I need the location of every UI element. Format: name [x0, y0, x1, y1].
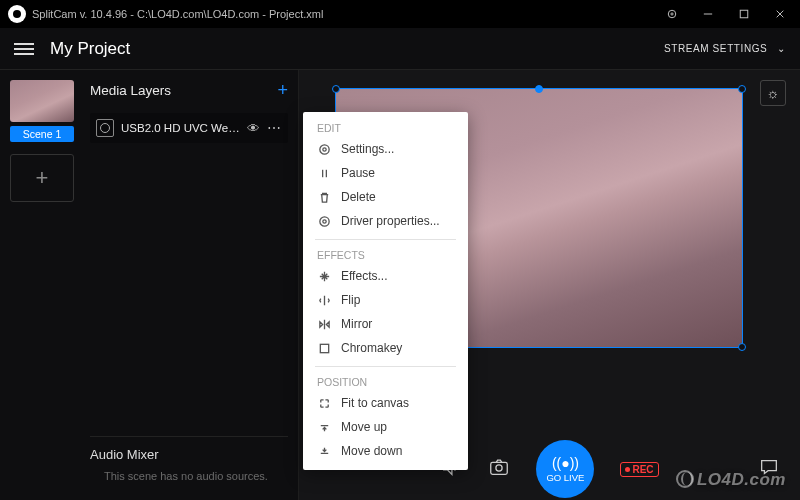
brightness-button[interactable]: ☼: [760, 80, 786, 106]
svg-rect-14: [320, 344, 328, 352]
layer-more-icon[interactable]: ⋯: [267, 120, 282, 136]
go-live-button[interactable]: ((●)) GO LIVE: [536, 440, 594, 498]
menu-separator: [315, 239, 456, 240]
visibility-icon[interactable]: 👁: [247, 121, 260, 136]
menu-item-chromakey[interactable]: Chromakey: [303, 336, 468, 360]
menu-icon[interactable]: [14, 43, 34, 55]
svg-point-9: [322, 147, 325, 150]
mirror-icon: [317, 318, 331, 331]
app-header: My Project STREAM SETTINGS ⌄: [0, 28, 800, 70]
move-up-icon: [317, 421, 331, 434]
layer-context-menu: EDIT Settings... Pause Delete Driver pro…: [303, 112, 468, 470]
chevron-down-icon: ⌄: [777, 43, 786, 54]
stream-settings-button[interactable]: STREAM SETTINGS ⌄: [664, 43, 786, 54]
window-controls: [654, 0, 798, 28]
media-layers-panel: Media Layers + USB2.0 HD UVC WebC... 👁 ⋯…: [84, 70, 299, 500]
app-icon: [8, 5, 26, 23]
menu-item-settings[interactable]: Settings...: [303, 137, 468, 161]
resize-handle[interactable]: [738, 85, 746, 93]
scene-label: Scene 1: [10, 126, 74, 142]
svg-point-7: [496, 465, 502, 471]
menu-item-effects[interactable]: Effects...: [303, 264, 468, 288]
layer-item[interactable]: USB2.0 HD UVC WebC... 👁 ⋯: [90, 113, 288, 143]
trash-icon: [317, 191, 331, 204]
svg-rect-3: [740, 10, 748, 18]
menu-item-move-up[interactable]: Move up: [303, 415, 468, 439]
svg-point-13: [322, 219, 325, 222]
close-button[interactable]: [762, 0, 798, 28]
snapshot-button[interactable]: [488, 456, 510, 482]
menu-separator: [315, 366, 456, 367]
menu-section-edit: EDIT: [303, 119, 468, 137]
sparkle-icon: [317, 270, 331, 283]
stream-settings-label: STREAM SETTINGS: [664, 43, 767, 54]
resize-handle[interactable]: [738, 343, 746, 351]
resize-handle[interactable]: [535, 85, 543, 93]
flip-icon: [317, 294, 331, 307]
menu-item-delete[interactable]: Delete: [303, 185, 468, 209]
menu-item-move-down[interactable]: Move down: [303, 439, 468, 463]
chromakey-icon: [317, 342, 331, 355]
menu-item-driver-properties[interactable]: Driver properties...: [303, 209, 468, 233]
menu-item-mirror[interactable]: Mirror: [303, 312, 468, 336]
watermark: LO4D.com: [676, 470, 786, 490]
menu-section-position: POSITION: [303, 373, 468, 391]
svg-point-0: [668, 10, 676, 18]
go-live-label: GO LIVE: [546, 472, 584, 483]
menu-section-effects: EFFECTS: [303, 246, 468, 264]
globe-icon: [676, 470, 694, 488]
broadcast-icon: ((●)): [552, 455, 579, 471]
project-title: My Project: [50, 39, 130, 59]
fit-icon: [317, 397, 331, 410]
gear-icon: [317, 215, 331, 228]
media-layers-header: Media Layers +: [90, 80, 288, 101]
gear-icon: [317, 143, 331, 156]
audio-mixer-title: Audio Mixer: [90, 436, 288, 470]
menu-item-pause[interactable]: Pause: [303, 161, 468, 185]
resize-handle[interactable]: [332, 85, 340, 93]
svg-point-8: [319, 144, 328, 153]
audio-empty-text: This scene has no audio sources.: [90, 470, 288, 500]
minimize-button[interactable]: [690, 0, 726, 28]
titlebar: SplitCam v. 10.4.96 - C:\LO4D.com\LO4D.c…: [0, 0, 800, 28]
maximize-button[interactable]: [726, 0, 762, 28]
svg-point-12: [319, 216, 328, 225]
move-down-icon: [317, 445, 331, 458]
add-layer-button[interactable]: +: [277, 80, 288, 101]
scene-thumbnail: [10, 80, 74, 122]
scene-card[interactable]: Scene 1: [10, 80, 74, 142]
svg-point-1: [671, 13, 673, 15]
preview-tools: ☼: [760, 80, 786, 106]
add-scene-button[interactable]: +: [10, 154, 74, 202]
settings-window-icon[interactable]: [654, 0, 690, 28]
layer-name: USB2.0 HD UVC WebC...: [121, 122, 240, 134]
record-button[interactable]: REC: [620, 462, 658, 477]
pause-icon: [317, 167, 331, 180]
webcam-icon: [96, 119, 114, 137]
window-title: SplitCam v. 10.4.96 - C:\LO4D.com\LO4D.c…: [32, 8, 323, 20]
media-layers-title: Media Layers: [90, 83, 171, 98]
menu-item-flip[interactable]: Flip: [303, 288, 468, 312]
menu-item-fit-canvas[interactable]: Fit to canvas: [303, 391, 468, 415]
scenes-panel: Scene 1 +: [0, 70, 84, 500]
